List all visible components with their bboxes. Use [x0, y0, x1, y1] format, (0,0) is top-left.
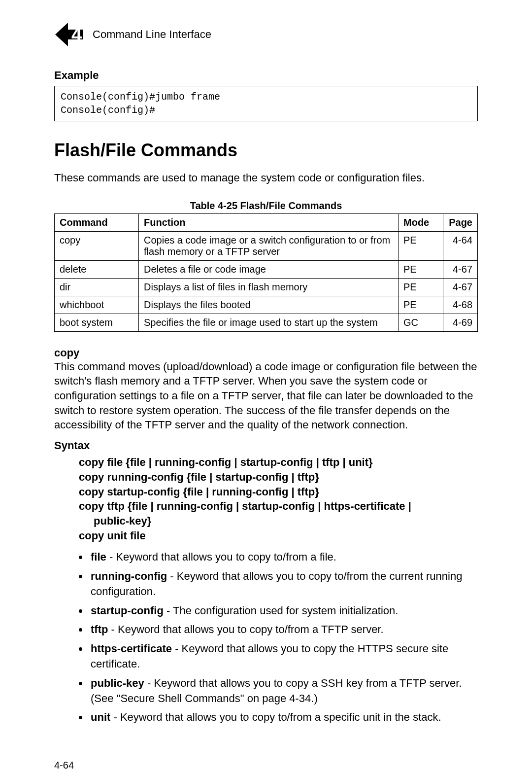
copy-description: This command moves (upload/download) a c… — [54, 359, 478, 432]
th-function: Function — [139, 213, 399, 231]
cell-mode: PE — [399, 260, 443, 278]
example-heading: Example — [54, 69, 478, 82]
list-item: public-key - Keyword that allows you to … — [89, 676, 478, 706]
keywords-list: file - Keyword that allows you to copy t… — [89, 550, 478, 725]
copy-heading: copy — [54, 347, 478, 359]
keyword-desc: - Keyword that allows you to copy a SSH … — [91, 677, 462, 704]
table-row: dir Displays a list of files in flash me… — [55, 278, 478, 296]
cell-command: boot system — [55, 314, 139, 331]
section-intro: These commands are used to manage the sy… — [54, 171, 478, 185]
syntax-block: copy file {file | running-config | start… — [79, 455, 478, 543]
cell-command: whichboot — [55, 296, 139, 314]
section-title: Flash/File Commands — [54, 140, 478, 161]
keyword: tftp — [91, 623, 108, 635]
cell-command: delete — [55, 260, 139, 278]
cell-function: Displays the files booted — [139, 296, 399, 314]
keyword-desc: - Keyword that allows you to copy to/fro… — [108, 623, 383, 635]
th-page: Page — [443, 213, 478, 231]
cell-mode: GC — [399, 314, 443, 331]
list-item: https-certificate - Keyword that allows … — [89, 641, 478, 672]
syntax-line: copy startup-config {file | running-conf… — [79, 485, 478, 499]
table-row: whichboot Displays the files booted PE 4… — [55, 296, 478, 314]
keyword: startup-config — [91, 604, 164, 617]
commands-table: Command Function Mode Page copy Copies a… — [54, 213, 478, 332]
cell-mode: PE — [399, 231, 443, 260]
cell-function: Copies a code image or a switch configur… — [139, 231, 399, 260]
page-number: 4-64 — [54, 760, 478, 771]
svg-text:4: 4 — [71, 24, 82, 45]
cell-page: 4-69 — [443, 314, 478, 331]
table-row: copy Copies a code image or a switch con… — [55, 231, 478, 260]
cell-page: 4-68 — [443, 296, 478, 314]
keyword-desc: - Keyword that allows you to copy to/fro… — [110, 711, 441, 723]
keyword: file — [91, 551, 106, 563]
cell-page: 4-64 — [443, 231, 478, 260]
list-item: startup-config - The configuration used … — [89, 603, 478, 619]
list-item: running-config - Keyword that allows you… — [89, 569, 478, 599]
table-header-row: Command Function Mode Page — [55, 213, 478, 231]
keyword: unit — [91, 711, 110, 723]
table-row: boot system Specifies the file or image … — [55, 314, 478, 331]
th-mode: Mode — [399, 213, 443, 231]
chapter-number-icon: 4 — [54, 20, 84, 49]
list-item: unit - Keyword that allows you to copy t… — [89, 710, 478, 725]
syntax-line: copy file {file | running-config | start… — [79, 455, 478, 470]
table-row: delete Deletes a file or code image PE 4… — [55, 260, 478, 278]
cell-mode: PE — [399, 278, 443, 296]
cell-function: Displays a list of files in flash memory — [139, 278, 399, 296]
list-item: file - Keyword that allows you to copy t… — [89, 550, 478, 565]
keyword-desc: - The configuration used for system init… — [164, 604, 399, 617]
cell-command: dir — [55, 278, 139, 296]
table-title: Table 4-25 Flash/File Commands — [54, 200, 478, 211]
syntax-line: public-key} — [94, 514, 478, 528]
cell-page: 4-67 — [443, 260, 478, 278]
keyword: running-config — [91, 570, 167, 582]
page-content: 4 Command Line Interface Example Console… — [0, 0, 532, 774]
syntax-line: copy unit file — [79, 528, 478, 543]
chapter-title: Command Line Interface — [93, 28, 211, 41]
th-command: Command — [55, 213, 139, 231]
keyword: https-certificate — [91, 642, 172, 655]
cell-function: Specifies the file or image used to star… — [139, 314, 399, 331]
page-header: 4 Command Line Interface — [54, 20, 478, 49]
cell-mode: PE — [399, 296, 443, 314]
keyword: public-key — [91, 677, 144, 689]
example-code: Console(config)#jumbo frame Console(conf… — [54, 86, 478, 121]
syntax-line: copy running-config {file | startup-conf… — [79, 470, 478, 485]
cell-function: Deletes a file or code image — [139, 260, 399, 278]
cell-page: 4-67 — [443, 278, 478, 296]
keyword-desc: - Keyword that allows you to copy to/fro… — [106, 551, 336, 563]
syntax-line: copy tftp {file | running-config | start… — [79, 499, 478, 514]
syntax-heading: Syntax — [54, 439, 478, 452]
cell-command: copy — [55, 231, 139, 260]
list-item: tftp - Keyword that allows you to copy t… — [89, 622, 478, 637]
